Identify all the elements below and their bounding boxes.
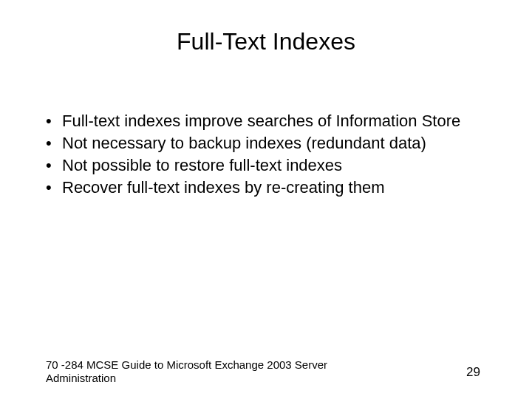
slide: Full-Text Indexes Full-text indexes impr… [0,0,532,399]
bullet-item: Recover full-text indexes by re-creating… [46,177,488,198]
slide-body: Full-text indexes improve searches of In… [46,111,488,200]
bullet-item: Full-text indexes improve searches of In… [46,111,488,132]
bullet-list: Full-text indexes improve searches of In… [46,111,488,199]
bullet-item: Not necessary to backup indexes (redunda… [46,133,488,154]
page-number: 29 [466,365,480,380]
slide-title: Full-Text Indexes [0,28,532,55]
slide-footer: 70 -284 MCSE Guide to Microsoft Exchange… [46,358,356,386]
bullet-item: Not possible to restore full-text indexe… [46,155,488,176]
